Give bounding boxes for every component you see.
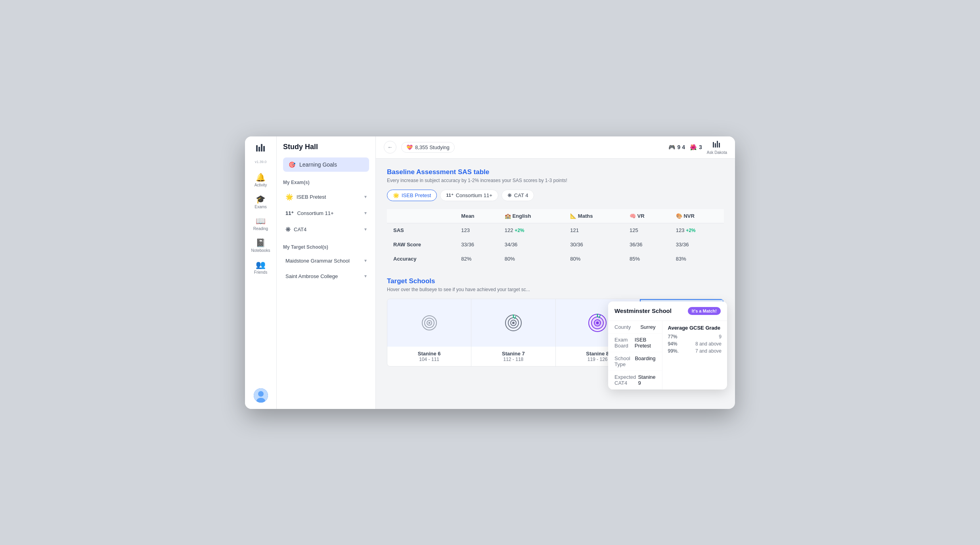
svg-rect-7 [713,142,714,148]
tooltip-body: County Surrey Exam Board ISEB Pretest Sc… [608,321,727,390]
stanine-6-name: Stanine 6 [391,351,467,357]
westminster-tooltip: Westminster School It's a Match! County … [608,301,727,390]
tooltip-key-cat4: Expected CAT4 [614,374,638,386]
sidebar-item-friends[interactable]: 👥 Friends [248,257,274,278]
sidebar-item-activity[interactable]: 🔔 Activity [248,170,274,190]
tooltip-row-type: School Type Boarding [608,352,662,371]
stanine7-target-icon [505,314,522,332]
top-bar: ← 💝 8,355 Studying 🎮 9 4 🌺 3 [376,136,735,159]
back-icon: ← [387,144,393,150]
main-content: ← 💝 8,355 Studying 🎮 9 4 🌺 3 [376,136,735,409]
sidebar-item-notebooks-label: Notebooks [251,248,270,253]
col-header-vr: 🧠 VR [623,209,670,223]
studying-count: 8,355 Studying [415,144,450,150]
baseline-subtitle: Every increase in subject accuracy by 1-… [387,178,724,183]
heart-icon: 💝 [406,144,413,150]
exam-item-iseb[interactable]: 🌟 ISEB Pretest ▾ [283,190,369,204]
sidebar-item-activity-label: Activity [255,183,267,187]
tab-consortium-label: Consortium 11+ [456,192,492,198]
cell-sas-vr: 125 [623,223,670,237]
tooltip-val-cat4: Stanine 9 [638,374,655,386]
ask-dakota-label: Ask Dakota [707,150,727,155]
match-badge: It's a Match! [688,307,721,315]
xp-count: 9 4 [678,144,685,150]
col-header-english: 🏫 English [498,209,564,223]
studying-badge: 💝 8,355 Studying [401,142,455,153]
svg-rect-8 [715,143,716,148]
stanine8-target-icon [588,313,607,332]
exam-name-iseb: ISEB Pretest [297,194,326,200]
tab-iseb[interactable]: 🌟 ISEB Pretest [387,190,437,201]
tooltip-key-county: County [614,324,631,330]
svg-rect-2 [261,144,262,152]
tooltip-school-name: Westminster School [614,307,672,314]
school-item-saint-ambrose[interactable]: Saint Ambrose College ▾ [283,270,369,282]
tooltip-row-exam: Exam Board ISEB Pretest [608,334,662,352]
chevron-maidstone: ▾ [364,258,367,263]
xp-icon: 🎮 [668,144,675,150]
col-header-maths: 📐 Maths [564,209,623,223]
school-name-maidstone: Maidstone Grammar School [285,258,350,264]
sas-table: Mean 🏫 English 📐 Maths 🧠 VR 🎨 NVR SAS 12… [387,209,724,266]
ask-dakota-button[interactable]: Ask Dakota [707,140,727,155]
stanine6-target-icon [421,315,437,331]
gcse-row-3: 99%. 7 and above [668,348,722,354]
cell-accuracy-vr: 85% [623,251,670,266]
cell-sas-nvr: 123 +2% [670,223,724,237]
tab-row: 🌟 ISEB Pretest 11⁺ Consortium 11+ ❋ CAT … [387,190,724,201]
friends-icon: 👥 [256,261,266,269]
tooltip-row-cat4: Expected CAT4 Stanine 9 [608,371,662,390]
col-header-empty [387,209,455,223]
exam-name-cat4: CAT4 [294,226,306,232]
svg-rect-10 [719,143,720,148]
cell-raw-mean: 33/36 [455,237,498,251]
tooltip-key-exam: Exam Board [614,337,635,349]
tab-iseb-icon: 🌟 [393,192,399,198]
cell-accuracy-nvr: 83% [670,251,724,266]
sidebar-item-friends-label: Friends [254,270,267,274]
row-label-accuracy: Accuracy [387,251,455,266]
my-exams-header: My Exam(s) [283,180,369,185]
stanine-7-label-row: Stanine 7 112 - 118 [471,347,555,366]
gcse-row-1: 77% 9 [668,334,722,340]
learning-goals-label: Learning Goals [299,161,337,168]
consortium-icon: 11⁺ [285,210,294,216]
sidebar-item-exams-label: Exams [255,205,267,209]
xp-badge: 🎮 9 4 [668,144,685,150]
tab-consortium[interactable]: 11⁺ Consortium 11+ [440,190,498,201]
tab-cat4-icon: ❋ [507,192,512,198]
gcse-title: Average GCSE Grade [668,325,722,331]
sidebar-item-exams[interactable]: 🎓 Exams [248,192,274,212]
learning-goals-nav[interactable]: 🎯 Learning Goals [283,157,369,172]
exam-item-cat4[interactable]: ❋ CAT4 ▾ [283,223,369,236]
exams-icon: 🎓 [256,195,266,203]
cell-accuracy-english: 80% [498,251,564,266]
target-schools-title: Target Schools [387,277,724,285]
table-row-raw: RAW Score 33/36 34/36 30/36 36/36 33/36 [387,237,724,251]
sidebar: v1.39.0 🔔 Activity 🎓 Exams 📖 Reading 📓 N… [245,136,277,409]
stanine-col-6: Stanine 6 104 - 111 [387,299,471,366]
stanine-7-range: 112 - 118 [475,357,551,362]
gcse-grade-3: 7 and above [695,348,722,354]
tooltip-header: Westminster School It's a Match! [608,301,727,321]
back-button[interactable]: ← [384,141,396,154]
school-item-maidstone[interactable]: Maidstone Grammar School ▾ [283,255,369,267]
gcse-row-2: 94% 8 and above [668,341,722,347]
content-area: Baseline Assessment SAS table Every incr… [376,159,735,409]
row-label-raw: RAW Score [387,237,455,251]
tooltip-content-row: County Surrey Exam Board ISEB Pretest Sc… [608,321,727,390]
gcse-pct-2: 94% [668,341,678,347]
streak-icon: 🌺 [690,144,697,150]
svg-point-18 [512,322,515,324]
chevron-saint-ambrose: ▾ [364,273,367,279]
tab-cat4[interactable]: ❋ CAT 4 [501,190,534,201]
gcse-grade-1: 9 [719,334,722,340]
sidebar-item-notebooks[interactable]: 📓 Notebooks [248,236,274,256]
user-avatar[interactable] [254,388,268,403]
svg-point-5 [258,391,264,397]
tooltip-left-col: County Surrey Exam Board ISEB Pretest Sc… [608,321,662,390]
sidebar-item-reading[interactable]: 📖 Reading [248,214,274,234]
exam-item-consortium[interactable]: 11⁺ Consortium 11+ ▾ [283,207,369,219]
cell-accuracy-maths: 80% [564,251,623,266]
learning-goals-icon: 🎯 [289,161,295,168]
